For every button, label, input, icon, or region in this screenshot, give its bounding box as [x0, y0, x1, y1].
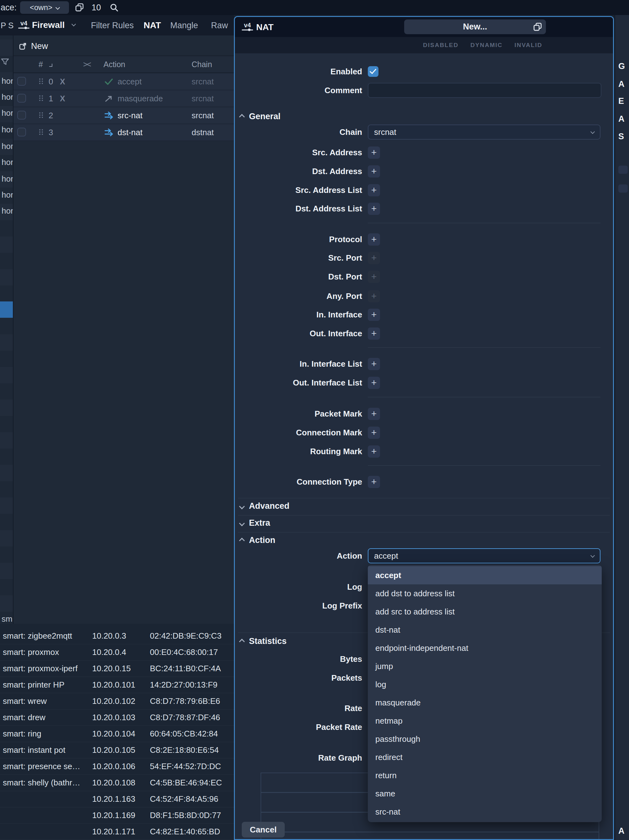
out-interface-add-button[interactable]: + [368, 327, 380, 340]
src-address-add-button[interactable]: + [368, 147, 380, 159]
lease-row[interactable]: smart: instant pot10.20.0.105C8:2E:18:80… [0, 742, 234, 758]
column-chain[interactable]: Chain [192, 60, 212, 69]
dropdown-option[interactable]: accept [368, 566, 602, 584]
chevron-down-icon[interactable] [71, 22, 76, 26]
rule-checkbox[interactable] [17, 77, 26, 85]
dropdown-option[interactable]: endpoint-independent-nat [368, 639, 602, 657]
section-action[interactable]: Action [240, 533, 608, 547]
dropdown-option[interactable]: netmap [368, 712, 602, 730]
packet-mark-add-button[interactable]: + [368, 408, 380, 420]
lease-mac: 60:64:05:CB:42:84 [150, 729, 218, 739]
column-number[interactable]: # [39, 60, 43, 69]
chain-select[interactable]: srcnat [368, 125, 601, 140]
tab-nat[interactable]: NAT [143, 21, 161, 30]
comment-input[interactable] [368, 83, 601, 98]
field-src-address: Src. Address + [235, 145, 613, 160]
lease-row[interactable]: smart: drew10.20.0.103C8:D7:78:87:DF:46 [0, 709, 234, 726]
connection-mark-add-button[interactable]: + [368, 426, 380, 439]
scope-dropdown[interactable]: <own> [20, 1, 69, 14]
dst-address-list-add-button[interactable]: + [368, 203, 380, 215]
rule-checkbox[interactable] [17, 128, 26, 136]
dropdown-option[interactable]: add src to address list [368, 603, 602, 621]
apply-button-fragment[interactable]: A [618, 826, 624, 836]
drag-handle-icon[interactable] [39, 78, 44, 85]
tab-raw[interactable]: Raw [211, 21, 228, 30]
lease-row[interactable]: smart: printer HP10.20.0.10114:2D:27:00:… [0, 677, 234, 693]
tab-mangle[interactable]: Mangle [170, 21, 198, 30]
accept-icon [104, 77, 113, 85]
field-dst-address-list: Dst. Address List + [235, 201, 613, 216]
cancel-button[interactable]: Cancel [242, 822, 285, 837]
rule-checkbox[interactable] [17, 94, 26, 103]
dropdown-option[interactable]: redirect [368, 748, 602, 766]
new-rule-button[interactable]: New [14, 37, 234, 55]
cut-section-label: A [618, 114, 624, 124]
in-interface-list-add-button[interactable]: + [368, 358, 380, 370]
dropdown-option[interactable]: passthrough [368, 730, 602, 748]
field-label: Rate [235, 704, 362, 713]
connection-type-add-button[interactable]: + [368, 476, 380, 488]
dst-address-add-button[interactable]: + [368, 165, 380, 178]
section-extra[interactable]: Extra [240, 516, 608, 530]
protocol-add-button[interactable]: + [368, 234, 380, 246]
drag-handle-icon[interactable] [39, 112, 44, 118]
field-label: Src. Port [235, 253, 362, 263]
lease-row[interactable]: smart: proxmox10.20.0.400:E0:4C:68:00:17 [0, 644, 234, 661]
lease-row[interactable]: smart: presence se…10.20.0.10654:EF:44:5… [0, 758, 234, 775]
filter-icon[interactable] [1, 58, 9, 66]
lease-mac: C4:52:4F:84:A5:96 [150, 794, 218, 804]
field-label: Out. Interface [235, 329, 362, 338]
cut-window-tab[interactable]: P S [1, 21, 14, 30]
src-address-list-add-button[interactable]: + [368, 184, 380, 196]
search-icon[interactable] [110, 3, 118, 12]
in-interface-add-button[interactable]: + [368, 309, 380, 321]
nat-rule-row[interactable]: 1 X masquerade srcnat [14, 90, 234, 107]
dropdown-option[interactable]: masquerade [368, 693, 602, 712]
column-resize-icon[interactable]: >< [83, 60, 90, 69]
lease-row[interactable]: smart: wrew10.20.0.102C8:D7:78:79:6B:E6 [0, 693, 234, 709]
nat-rule-row[interactable]: 3 dst-nat dstnat [14, 124, 234, 141]
firewall-window-title[interactable]: Firewall [32, 20, 65, 30]
drag-handle-icon[interactable] [39, 129, 44, 136]
dropdown-option[interactable]: dst-nat [368, 621, 602, 639]
lease-hostname: smart: proxmox-iperf [3, 664, 77, 673]
drag-handle-icon[interactable] [39, 95, 44, 102]
duplicate-icon[interactable] [533, 22, 542, 32]
column-action[interactable]: Action [104, 60, 125, 69]
section-general[interactable]: General [240, 109, 608, 123]
lease-ip: 10.20.0.105 [92, 745, 135, 755]
dropdown-option[interactable]: add dst to address list [368, 584, 602, 603]
nat-rule-row[interactable]: 0 X accept srcnat [14, 73, 234, 90]
field-label: Comment [235, 85, 362, 95]
field-label: Packet Mark [235, 409, 362, 419]
enabled-checkbox[interactable] [368, 66, 378, 77]
routing-mark-add-button[interactable]: + [368, 445, 380, 458]
new-tab-button[interactable]: New... [404, 19, 546, 34]
divider [368, 397, 601, 398]
field-src-address-list: Src. Address List + [235, 183, 613, 197]
lease-row[interactable]: smart: shelly (bathr…10.20.0.108C4:5B:BE… [0, 774, 234, 791]
lease-row[interactable]: smart: zigbee2mqtt10.20.0.302:42:DB:9E:C… [0, 628, 234, 644]
tab-filter-rules[interactable]: Filter Rules [91, 21, 134, 30]
lease-row[interactable]: smart: proxmox-iperf10.20.0.15BC:24:11:B… [0, 660, 234, 677]
rule-checkbox[interactable] [17, 111, 26, 120]
dropdown-option[interactable]: same [368, 785, 602, 803]
out-interface-list-add-button[interactable]: + [368, 377, 380, 389]
field-label: Connection Mark [235, 428, 362, 437]
dropdown-option[interactable]: log [368, 675, 602, 693]
dropdown-option[interactable]: return [368, 766, 602, 785]
rule-action: accept [118, 77, 142, 87]
chevron-down-icon [239, 520, 244, 526]
lease-row[interactable]: smart: ring10.20.0.10460:64:05:CB:42:84 [0, 726, 234, 742]
any-port-add-button: + [368, 290, 380, 302]
dropdown-option[interactable]: src-nat [368, 803, 602, 821]
field-connection-mark: Connection Mark + [235, 425, 613, 440]
lease-row[interactable]: 10.20.1.171C4:82:E1:40:65:BD [0, 823, 234, 840]
action-select[interactable]: accept [368, 548, 601, 563]
dropdown-option[interactable]: jump [368, 657, 602, 675]
nat-rule-row[interactable]: 2 src-nat srcnat [14, 107, 234, 124]
section-advanced[interactable]: Advanced [240, 499, 608, 513]
windows-icon[interactable] [75, 3, 84, 12]
lease-row[interactable]: 10.20.1.163C4:52:4F:84:A5:96 [0, 791, 234, 807]
lease-row[interactable]: 10.20.1.169D8:F1:5B:8D:0D:77 [0, 807, 234, 824]
